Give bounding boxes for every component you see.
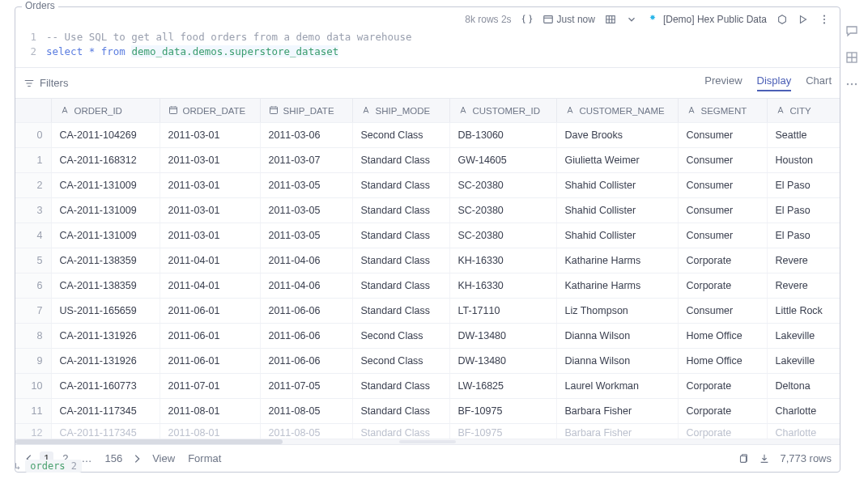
run-icon[interactable] (798, 14, 809, 25)
cell[interactable]: Dianna Wilson (556, 349, 678, 374)
cell[interactable]: Consumer (678, 198, 767, 223)
cell[interactable]: Home Office (678, 349, 767, 374)
cell[interactable]: Consumer (678, 148, 767, 173)
chevron-down-icon[interactable] (626, 14, 637, 25)
chevron-right-icon[interactable] (131, 453, 143, 464)
cell[interactable]: Second Class (352, 123, 449, 148)
table-row[interactable]: 6CA-2011-1383592011-04-012011-04-06Stand… (15, 273, 840, 299)
filters-label[interactable]: Filters (40, 77, 68, 89)
cell[interactable]: 2011-03-05 (260, 173, 352, 198)
column-header[interactable]: SHIP_DATE (260, 99, 352, 123)
cell[interactable]: GW-14605 (449, 148, 556, 173)
cell[interactable]: Consumer (678, 299, 767, 324)
cell[interactable]: Standard Class (352, 223, 449, 248)
cell[interactable]: CA-2011-117345 (51, 399, 160, 424)
cell[interactable]: Standard Class (352, 248, 449, 273)
cell[interactable]: SC-20380 (449, 198, 556, 223)
cell[interactable]: Standard Class (352, 173, 449, 198)
cell[interactable]: Katharine Harms (556, 248, 678, 273)
cell[interactable]: Corporate (678, 399, 767, 424)
cell[interactable]: Houston (767, 148, 840, 173)
cell[interactable]: 2011-06-01 (160, 299, 260, 324)
column-header[interactable]: CUSTOMER_ID (449, 99, 556, 123)
braces-icon[interactable] (521, 14, 533, 25)
cell[interactable]: Corporate (678, 374, 767, 399)
scrollbar-thumb[interactable] (15, 439, 283, 444)
cell[interactable]: 2011-08-05 (260, 399, 352, 424)
cell[interactable]: SC-20380 (449, 173, 556, 198)
cell[interactable]: Laurel Workman (556, 374, 678, 399)
output-variable[interactable]: ↳ orders 2 (15, 460, 82, 473)
cell[interactable]: DW-13480 (449, 324, 556, 349)
cell[interactable]: Revere (767, 248, 840, 273)
dataframe-icon[interactable] (605, 14, 616, 25)
cell[interactable]: 2011-03-01 (160, 148, 260, 173)
cell[interactable]: Little Rock (767, 299, 840, 324)
table-row[interactable]: 4CA-2011-1310092011-03-012011-03-05Stand… (15, 223, 840, 248)
cell[interactable]: 2011-03-05 (260, 198, 352, 223)
column-header[interactable]: SHIP_MODE (352, 99, 449, 123)
cell[interactable]: KH-16330 (449, 248, 556, 273)
table-row[interactable]: 8CA-2011-1319262011-06-012011-06-06Secon… (15, 324, 840, 349)
cell[interactable]: Standard Class (352, 299, 449, 324)
cell[interactable]: CA-2011-160773 (51, 374, 160, 399)
format-button[interactable]: Format (188, 452, 221, 464)
cell[interactable]: KH-16330 (449, 273, 556, 299)
comment-icon[interactable] (845, 24, 858, 40)
cell[interactable]: DW-13480 (449, 349, 556, 374)
more-horizontal-icon[interactable] (845, 78, 858, 93)
cell[interactable]: Standard Class (352, 198, 449, 223)
cell[interactable]: Second Class (352, 324, 449, 349)
cell[interactable]: Shahid Collister (556, 173, 678, 198)
cell[interactable]: 2011-03-01 (160, 223, 260, 248)
cell[interactable]: Dave Brooks (556, 123, 678, 148)
cell[interactable]: Barbara Fisher (556, 424, 678, 439)
cell[interactable]: 2011-04-01 (160, 273, 260, 299)
cell[interactable]: CA-2011-117345 (51, 424, 160, 439)
cell[interactable]: CA-2011-131926 (51, 324, 160, 349)
cell[interactable]: Consumer (678, 173, 767, 198)
tab-preview[interactable]: Preview (704, 74, 742, 91)
table-row[interactable]: 12CA-2011-1173452011-08-012011-08-05Stan… (15, 424, 840, 439)
cell[interactable]: Second Class (352, 349, 449, 374)
more-icon[interactable] (819, 14, 830, 25)
cell[interactable]: Standard Class (352, 424, 449, 439)
table-row[interactable]: 10CA-2011-1607732011-07-012011-07-05Stan… (15, 374, 840, 399)
cell[interactable]: Lakeville (767, 349, 840, 374)
cell[interactable]: Revere (767, 273, 840, 299)
cell[interactable]: CA-2011-104269 (51, 123, 160, 148)
cell[interactable]: Corporate (678, 248, 767, 273)
column-header[interactable]: CITY (767, 99, 840, 123)
cell[interactable]: Liz Thompson (556, 299, 678, 324)
cell[interactable]: 2011-06-06 (260, 324, 352, 349)
cell[interactable]: 2011-06-01 (160, 349, 260, 374)
cell[interactable]: Lakeville (767, 324, 840, 349)
page-last[interactable]: 156 (100, 451, 126, 465)
cell[interactable]: 2011-04-01 (160, 248, 260, 273)
cell[interactable]: 2011-03-01 (160, 173, 260, 198)
table-row[interactable]: 1CA-2011-1683122011-03-012011-03-07Stand… (15, 148, 840, 173)
sql-editor[interactable]: 1 -- Use SQL to get all food orders from… (15, 28, 840, 67)
cell[interactable]: Seattle (767, 123, 840, 148)
filter-icon[interactable] (23, 78, 35, 89)
cell[interactable]: El Paso (767, 198, 840, 223)
tab-chart[interactable]: Chart (806, 74, 832, 91)
table-row[interactable]: 3CA-2011-1310092011-03-012011-03-05Stand… (15, 198, 840, 223)
cell[interactable]: Deltona (767, 374, 840, 399)
cell[interactable]: Standard Class (352, 374, 449, 399)
cell[interactable]: US-2011-165659 (51, 299, 160, 324)
cell[interactable]: 2011-08-01 (160, 424, 260, 439)
horizontal-scrollbar[interactable] (15, 439, 840, 444)
database-selector[interactable]: [Demo] Hex Public Data (647, 14, 767, 25)
resize-handle[interactable] (399, 440, 456, 443)
cell[interactable]: 2011-04-06 (260, 273, 352, 299)
cell[interactable]: Standard Class (352, 399, 449, 424)
cell[interactable]: Dianna Wilson (556, 324, 678, 349)
cell[interactable]: SC-20380 (449, 223, 556, 248)
cell[interactable]: CA-2011-131009 (51, 198, 160, 223)
table-row[interactable]: 11CA-2011-1173452011-08-012011-08-05Stan… (15, 399, 840, 424)
cell[interactable]: LT-17110 (449, 299, 556, 324)
cell[interactable]: CA-2011-138359 (51, 248, 160, 273)
download-icon[interactable] (759, 453, 770, 464)
column-header[interactable]: SEGMENT (678, 99, 767, 123)
